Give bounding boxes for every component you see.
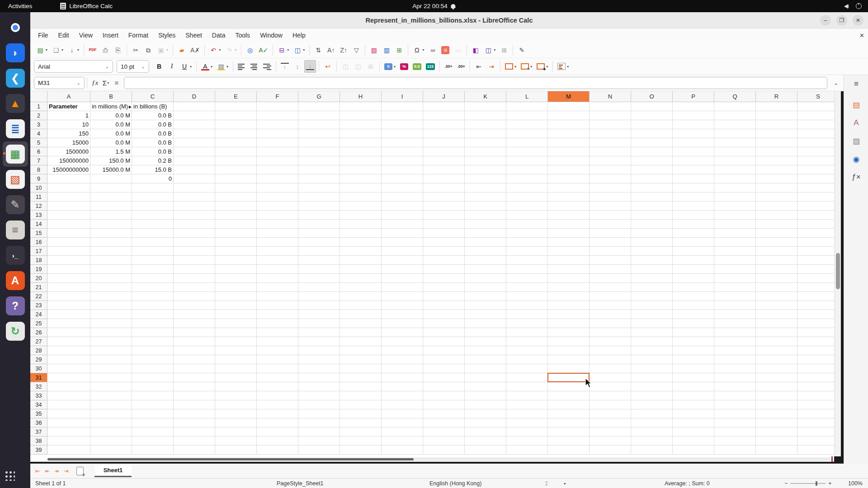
cell-C31[interactable]: [132, 373, 174, 382]
cell-H25[interactable]: [340, 319, 382, 328]
add-decimal-button[interactable]: .00+: [443, 60, 454, 73]
cell-I37[interactable]: [382, 427, 423, 436]
dropdown-arrow[interactable]: ▾: [394, 65, 396, 69]
cell-E9[interactable]: [215, 174, 257, 183]
cell-I11[interactable]: [382, 192, 423, 202]
cell-E35[interactable]: [215, 409, 257, 418]
cell-cursor-M31[interactable]: [547, 373, 590, 382]
paste-button[interactable]: ▣▾: [155, 44, 170, 56]
cell-N12[interactable]: [590, 202, 631, 211]
cell-D31[interactable]: [174, 373, 215, 382]
cell-S21[interactable]: [797, 283, 834, 292]
row-header-32[interactable]: 32: [30, 382, 47, 391]
cell-Q21[interactable]: [714, 283, 756, 292]
cell-D22[interactable]: [174, 292, 215, 301]
dropdown-arrow[interactable]: ▾: [46, 48, 47, 52]
cell-N21[interactable]: [590, 283, 631, 292]
cell-Q15[interactable]: [714, 229, 756, 238]
cell-N20[interactable]: [590, 274, 631, 283]
cell-K27[interactable]: [465, 337, 506, 346]
cell-L31[interactable]: [506, 373, 548, 382]
menu-format[interactable]: Format: [123, 30, 153, 41]
cell-K12[interactable]: [465, 202, 506, 211]
column-header-J[interactable]: J: [423, 91, 465, 102]
cell-L14[interactable]: [506, 220, 548, 229]
cell-K1[interactable]: [465, 102, 506, 111]
cell-L3[interactable]: [506, 120, 548, 129]
cell-O35[interactable]: [631, 409, 673, 418]
cell-R33[interactable]: [756, 391, 797, 400]
print-preview-button[interactable]: ⎘: [112, 44, 124, 56]
cell-C37[interactable]: [132, 427, 174, 436]
delete-decimal-button[interactable]: .00×: [455, 60, 467, 73]
cell-G3[interactable]: [298, 120, 340, 129]
row-header-7[interactable]: 7: [30, 156, 47, 165]
cell-G38[interactable]: [298, 436, 340, 446]
cell-F2[interactable]: [257, 111, 298, 120]
cell-N13[interactable]: [590, 211, 631, 220]
cell-D20[interactable]: [174, 274, 215, 283]
cell-I38[interactable]: [382, 436, 423, 446]
cell-N35[interactable]: [590, 409, 631, 418]
cell-F16[interactable]: [257, 238, 298, 247]
dropdown-arrow[interactable]: ▾: [422, 48, 424, 52]
cell-E13[interactable]: [215, 211, 257, 220]
menu-help[interactable]: Help: [288, 30, 311, 41]
menu-insert[interactable]: Insert: [98, 30, 123, 41]
cell-M24[interactable]: [548, 310, 590, 319]
vscode-icon[interactable]: ❮: [3, 66, 28, 91]
cell-L25[interactable]: [506, 319, 548, 328]
cell-N36[interactable]: [590, 418, 631, 427]
cell-P37[interactable]: [673, 427, 714, 436]
cell-P24[interactable]: [673, 310, 714, 319]
cell-I25[interactable]: [382, 319, 423, 328]
cell-I29[interactable]: [382, 355, 423, 364]
cell-N9[interactable]: [590, 174, 631, 183]
cell-R26[interactable]: [756, 328, 797, 337]
cell-R21[interactable]: [756, 283, 797, 292]
cell-M19[interactable]: [548, 265, 590, 274]
row-header-34[interactable]: 34: [30, 400, 47, 409]
cell-R6[interactable]: [756, 147, 797, 156]
cell-O31[interactable]: [631, 373, 673, 382]
cell-O27[interactable]: [631, 337, 673, 346]
cell-A22[interactable]: [47, 292, 90, 301]
cell-K25[interactable]: [465, 319, 506, 328]
cell-R24[interactable]: [756, 310, 797, 319]
cell-H19[interactable]: [340, 265, 382, 274]
cell-M9[interactable]: [548, 174, 590, 183]
cell-K28[interactable]: [465, 346, 506, 355]
cell-C34[interactable]: [132, 400, 174, 409]
cell-J5[interactable]: [423, 138, 465, 147]
cell-H39[interactable]: [340, 446, 382, 455]
cell-J29[interactable]: [423, 355, 465, 364]
cell-A32[interactable]: [47, 382, 90, 391]
cell-G15[interactable]: [298, 229, 340, 238]
cell-A37[interactable]: [47, 427, 90, 436]
cell-F21[interactable]: [257, 283, 298, 292]
cell-J22[interactable]: [423, 292, 465, 301]
cell-I8[interactable]: [382, 165, 423, 174]
cell-J7[interactable]: [423, 156, 465, 165]
cell-L34[interactable]: [506, 400, 548, 409]
cell-F3[interactable]: [257, 120, 298, 129]
cell-D27[interactable]: [174, 337, 215, 346]
cell-P22[interactable]: [673, 292, 714, 301]
cell-A20[interactable]: [47, 274, 90, 283]
cell-A14[interactable]: [47, 220, 90, 229]
cell-F37[interactable]: [257, 427, 298, 436]
minimize-button[interactable]: –: [820, 15, 831, 26]
cell-K29[interactable]: [465, 355, 506, 364]
cell-S5[interactable]: [797, 138, 834, 147]
merge-and-center-button[interactable]: ◫: [340, 60, 351, 73]
cell-E33[interactable]: [215, 391, 257, 400]
cell-C9[interactable]: 0: [132, 174, 174, 183]
cell-L8[interactable]: [506, 165, 548, 174]
cell-A1[interactable]: Parameter: [47, 102, 90, 111]
cell-F4[interactable]: [257, 129, 298, 138]
cell-I16[interactable]: [382, 238, 423, 247]
cell-K8[interactable]: [465, 165, 506, 174]
dropdown-arrow[interactable]: ▾: [287, 48, 289, 52]
cell-B17[interactable]: [90, 247, 132, 256]
underline-button[interactable]: U▾: [179, 60, 193, 73]
